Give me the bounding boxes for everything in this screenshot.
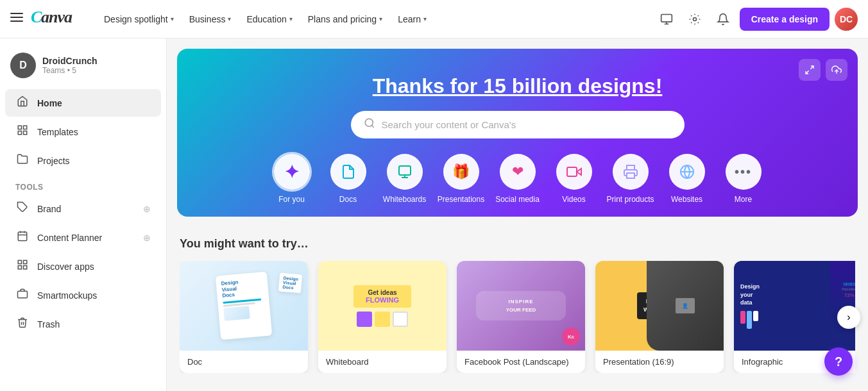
settings-icon[interactable] [683,8,706,31]
card-facebook-thumb: INSPIRE YOUR FEED Kc [457,261,585,351]
card-label: Whiteboard [318,351,447,373]
chevron-down-icon: ▾ [228,15,231,22]
hero-search-bar[interactable] [351,111,685,138]
card-label: Doc [180,351,308,373]
hamburger-menu[interactable] [10,11,23,27]
sidebar-item-smartmockups[interactable]: Smartmockups [5,281,161,309]
try-cards-row: DesignVisualDocs DesignVisualDocs Doc [180,261,855,373]
sidebar-item-label: Trash [37,319,60,329]
upload-cloud-icon[interactable] [826,59,847,81]
category-label: Presentations [438,195,484,204]
user-avatar[interactable]: DC [835,8,858,31]
sidebar-item-trash[interactable]: Trash [5,310,161,338]
nav-plans[interactable]: Plans and pricing ▾ [302,9,389,29]
svg-rect-9 [24,131,27,135]
sidebar-item-label: Templates [37,127,78,137]
svg-rect-5 [661,14,672,22]
svg-text:anva: anva [41,8,72,26]
try-section: You might want to try… DesignVisualDocs [167,227,868,383]
svg-point-6 [693,17,696,21]
sidebar-item-projects[interactable]: Projects [5,147,161,174]
canva-logo[interactable]: C anva [31,7,82,31]
search-input[interactable] [382,119,672,130]
category-whiteboards[interactable]: Whiteboards [379,154,430,204]
search-icon [364,117,375,132]
category-websites[interactable]: Websites [661,154,713,204]
create-design-button[interactable]: Create a design [740,8,830,31]
card-label: Facebook Post (Landscape) [457,351,585,373]
category-label: Docs [339,195,357,204]
svg-rect-29 [627,173,634,178]
category-videos[interactable]: Videos [549,154,600,204]
card-facebook[interactable]: INSPIRE YOUR FEED Kc Facebook Post (Land… [457,261,585,373]
chevron-down-icon: ▾ [289,15,293,22]
category-for-you[interactable]: ✦ For you [266,154,318,204]
category-more[interactable]: ••• More [718,154,769,204]
brand-icon [15,201,30,216]
sidebar-item-content-planner[interactable]: Content Planner ⊕ [5,224,161,251]
help-button[interactable]: ? [824,347,853,376]
print-products-icon [613,154,649,190]
home-icon [15,96,30,110]
sidebar-user-info: D DroidCrunch Teams • 5 [0,46,166,88]
docs-icon [330,154,366,190]
category-icons: ✦ For you Docs Whiteboards 🎁 [190,154,845,204]
nav-education[interactable]: Education ▾ [240,9,298,29]
svg-point-24 [365,119,373,126]
category-label: Websites [671,195,702,204]
sidebar-item-discover-apps[interactable]: Discover apps [5,253,161,280]
svg-line-22 [806,71,809,74]
card-whiteboard-thumb: Get ideas FLOWING [318,261,447,351]
category-print-products[interactable]: Print products [605,154,656,204]
top-navigation: C anva Design spotlight ▾ Business ▾ Edu… [0,0,868,38]
trash-icon [15,317,30,331]
sidebar-item-brand[interactable]: Brand ⊕ [5,195,161,222]
nav-design-spotlight[interactable]: Design spotlight ▾ [98,9,180,29]
templates-icon [15,124,30,139]
pin-icon: ⊕ [143,233,151,243]
svg-rect-20 [18,291,28,298]
presentations-icon: 🎁 [443,154,479,190]
chevron-down-icon: ▾ [379,15,382,22]
svg-rect-7 [18,126,21,129]
try-section-title: You might want to try… [180,237,855,251]
sidebar-item-label: Home [37,98,62,108]
category-label: More [735,195,752,204]
monitor-icon[interactable] [655,8,678,31]
crop-icon[interactable] [799,59,821,81]
cards-next-button[interactable]: › [837,306,860,329]
category-label: Social media [495,195,540,204]
category-docs[interactable]: Docs [323,154,374,204]
hero-corner-actions [799,59,847,81]
hero-banner: Thanks for 15 billion designs! ✦ For you [177,49,858,217]
svg-rect-0 [10,13,23,14]
sidebar: D DroidCrunch Teams • 5 Home Templates P… [0,38,167,391]
sidebar-item-label: Brand [37,204,61,214]
card-infographic-thumb: Designyourdata 👥👥👥 Population [734,261,855,351]
chevron-down-icon: ▾ [171,15,174,22]
notifications-icon[interactable] [711,8,735,31]
svg-rect-1 [10,17,23,18]
videos-icon [556,154,592,190]
nav-learn[interactable]: Learn ▾ [391,9,433,29]
discover-apps-icon [15,259,30,274]
card-whiteboard[interactable]: Get ideas FLOWING Whiteboard [318,261,447,373]
card-presentation[interactable]: PRESENTWITH EASE 👤 Presentation (16:9) [595,261,724,373]
main-layout: D DroidCrunch Teams • 5 Home Templates P… [0,38,868,391]
sidebar-username: DroidCrunch [42,56,98,66]
card-label: Presentation (16:9) [595,351,724,373]
card-doc[interactable]: DesignVisualDocs DesignVisualDocs Doc [180,261,308,373]
sidebar-item-home[interactable]: Home [5,89,161,117]
for-you-icon: ✦ [274,154,310,190]
smartmockups-icon [15,288,30,303]
svg-rect-28 [567,167,577,176]
category-presentations[interactable]: 🎁 Presentations [436,154,487,204]
category-social-media[interactable]: ❤ Social media [492,154,543,204]
category-label: For you [278,195,305,204]
main-content: Thanks for 15 billion designs! ✦ For you [167,38,868,391]
content-planner-icon [15,230,30,245]
nav-right-actions: Create a design DC [655,8,858,31]
nav-business[interactable]: Business ▾ [183,9,238,29]
sidebar-item-templates[interactable]: Templates [5,118,161,146]
svg-rect-2 [10,21,23,22]
